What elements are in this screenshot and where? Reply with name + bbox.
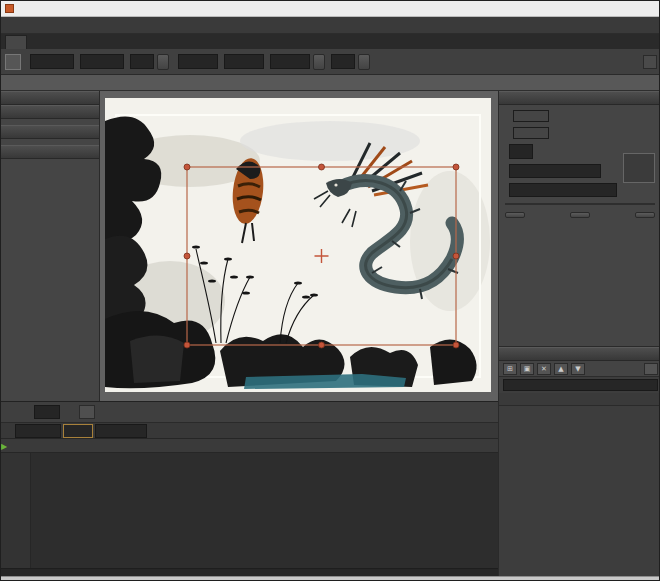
- style-buttons-row: [499, 212, 660, 218]
- stroke-color-swatch[interactable]: [513, 127, 549, 139]
- timeline-panel: ▶: [1, 401, 498, 576]
- onion-frames-dropdown[interactable]: [63, 424, 93, 438]
- scale-y-input[interactable]: [224, 54, 264, 69]
- style-panel-title: [499, 91, 660, 105]
- document-tab[interactable]: [5, 35, 27, 49]
- scale-x-input[interactable]: [178, 54, 218, 69]
- effect-dropdown[interactable]: [509, 164, 601, 178]
- layer-search-input[interactable]: [503, 379, 658, 391]
- playback-bar: [1, 402, 498, 423]
- scale-z-input[interactable]: [270, 54, 310, 69]
- paste-style-button[interactable]: [570, 212, 590, 218]
- speaker-icon[interactable]: [79, 405, 95, 419]
- current-frame-input[interactable]: [34, 405, 60, 419]
- right-panel: ⊞ ▣ ✕ ▲ ▼: [498, 91, 660, 576]
- play-marker-icon: ▶: [1, 442, 7, 451]
- titlebar: [1, 1, 660, 17]
- layers-menu-button[interactable]: [644, 363, 658, 375]
- color-palette-grid: [505, 203, 655, 205]
- frame-ruler[interactable]: ▶: [1, 439, 498, 453]
- delete-layer-button[interactable]: ✕: [537, 363, 551, 375]
- timeline-tracks: [1, 453, 498, 577]
- moho-window: ⊞ ▣ ✕ ▲ ▼: [0, 0, 660, 581]
- reset-style-button[interactable]: [635, 212, 655, 218]
- canvas-viewport[interactable]: [100, 91, 498, 401]
- no-brush-button[interactable]: [623, 153, 655, 183]
- canvas-artwork: [100, 91, 498, 401]
- channel-rail: [1, 453, 31, 577]
- close-button[interactable]: [635, 2, 657, 16]
- menubar: [1, 17, 660, 34]
- tools-panel: [1, 91, 100, 401]
- hint-bar: [1, 75, 660, 91]
- layers-panel-title: [499, 347, 660, 361]
- active-tool-icon: [5, 54, 21, 70]
- layer-tools-header: [1, 105, 99, 119]
- swatch-dropdown[interactable]: [509, 183, 617, 197]
- angle-input[interactable]: [331, 54, 355, 69]
- fill-color-swatch[interactable]: [513, 110, 549, 122]
- maximize-button[interactable]: [613, 2, 635, 16]
- stroke-width-input[interactable]: [509, 144, 533, 159]
- move-layer-down-button[interactable]: ▼: [571, 363, 585, 375]
- new-folder-button[interactable]: ▣: [520, 363, 534, 375]
- reset-position-button[interactable]: [157, 54, 169, 70]
- workspace-tools-header: [1, 145, 99, 159]
- swatch-row: [499, 183, 660, 197]
- tabbar: [1, 34, 660, 49]
- layers-search-row: [499, 377, 660, 393]
- layers-column-header: [499, 393, 660, 406]
- copy-style-button[interactable]: [505, 212, 525, 218]
- toolbar-overflow-button[interactable]: [643, 55, 657, 69]
- smooth-dropdown[interactable]: [15, 424, 61, 438]
- pos-x-input[interactable]: [30, 54, 74, 69]
- stroke-row: [499, 127, 660, 139]
- timeline-tabs-row: [1, 423, 498, 439]
- layers-toolbar: ⊞ ▣ ✕ ▲ ▼: [499, 361, 660, 377]
- pos-y-input[interactable]: [80, 54, 124, 69]
- pos-z-input[interactable]: [130, 54, 154, 69]
- app-icon: [5, 4, 14, 13]
- reset-angle-button[interactable]: [358, 54, 370, 70]
- camera-tools-header: [1, 125, 99, 139]
- status-bar: [1, 576, 660, 581]
- window-buttons: [591, 2, 657, 16]
- move-layer-up-button[interactable]: ▲: [554, 363, 568, 375]
- reset-scale-button[interactable]: [313, 54, 325, 70]
- fill-row: [499, 110, 660, 122]
- layers-panel: ⊞ ▣ ✕ ▲ ▼: [499, 346, 660, 576]
- workspace-tools-grid: [1, 159, 99, 165]
- transform-toolbar: [1, 49, 660, 75]
- onion-skin-dropdown[interactable]: [95, 424, 147, 438]
- tools-panel-title: [1, 91, 99, 105]
- new-layer-button[interactable]: ⊞: [503, 363, 517, 375]
- minimize-button[interactable]: [591, 2, 613, 16]
